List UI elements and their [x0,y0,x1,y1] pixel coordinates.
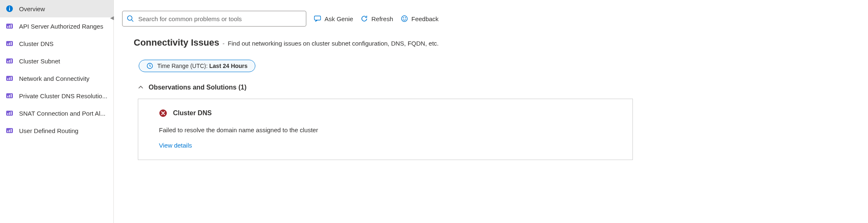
content-area: Connectivity Issues - Find out networkin… [122,37,860,160]
chart-icon [6,127,13,134]
observations-header[interactable]: Observations and Solutions (1) [134,84,860,91]
sidebar-item-label: Cluster DNS [19,40,53,47]
card-description: Failed to resolve the domain name assign… [159,126,620,133]
sidebar-item-private-cluster-dns[interactable]: Private Cluster DNS Resolutio... [0,87,113,104]
toolbar-label: Feedback [411,15,439,22]
sidebar-item-user-defined-routing[interactable]: User Defined Routing [0,122,113,139]
feedback-button[interactable]: Feedback [401,15,439,22]
time-range-text: Time Range (UTC): Last 24 Hours [157,63,248,69]
sidebar-item-label: Private Cluster DNS Resolutio... [19,92,107,99]
sidebar-item-cluster-dns[interactable]: Cluster DNS [0,35,113,52]
page-heading: Connectivity Issues - Find out networkin… [134,37,860,48]
svg-rect-17 [9,78,10,80]
clock-icon [147,63,153,69]
svg-point-31 [127,16,132,20]
refresh-icon [361,15,368,22]
sidebar-item-label: SNAT Connection and Port Al... [19,110,106,117]
chart-icon [6,57,13,65]
svg-rect-33 [315,16,321,20]
svg-rect-25 [9,112,10,115]
card-title: Cluster DNS [173,109,212,117]
separator: - [223,40,225,47]
svg-rect-2 [9,7,10,7]
search-box[interactable] [122,11,306,27]
chevron-up-icon [138,85,144,90]
svg-point-35 [403,17,404,18]
svg-rect-30 [11,129,12,132]
sidebar-item-cluster-subnet[interactable]: Cluster Subnet [0,52,113,70]
sidebar-item-api-server-authorized-ranges[interactable]: API Server Authorized Ranges [0,17,113,35]
svg-point-36 [405,17,406,18]
svg-rect-28 [7,131,8,132]
page-title: Connectivity Issues [134,37,219,48]
svg-rect-18 [11,77,12,80]
svg-rect-16 [7,78,8,80]
svg-rect-10 [11,42,12,45]
svg-rect-8 [7,44,8,45]
observation-card: Cluster DNS Failed to resolve the domain… [138,99,633,160]
svg-rect-14 [11,59,12,63]
svg-rect-20 [7,96,8,97]
svg-rect-26 [11,112,12,115]
chart-icon [6,92,13,99]
toolbar-label: Ask Genie [325,15,353,22]
info-icon [6,5,13,12]
time-range-pill[interactable]: Time Range (UTC): Last 24 Hours [139,60,255,72]
svg-line-32 [132,20,133,22]
svg-point-34 [402,16,407,22]
sidebar-item-snat-connection[interactable]: SNAT Connection and Port Al... [0,104,113,122]
svg-rect-5 [9,25,10,28]
svg-rect-9 [9,43,10,45]
error-icon [159,109,167,117]
toolbar-label: Refresh [371,15,393,22]
svg-rect-24 [7,113,8,115]
chart-icon [6,109,13,117]
view-details-link[interactable]: View details [159,142,620,149]
page-subtitle: Find out networking issues on cluster su… [228,40,438,47]
smiley-icon [401,15,408,22]
card-header: Cluster DNS [159,109,620,117]
sidebar-item-label: User Defined Routing [19,127,78,134]
sidebar-item-label: Overview [19,5,45,12]
chart-icon [6,40,13,47]
chart-icon [6,22,13,30]
svg-rect-1 [9,8,10,11]
refresh-button[interactable]: Refresh [361,15,393,22]
svg-rect-12 [7,61,8,63]
svg-rect-6 [11,24,12,28]
search-input[interactable] [138,15,302,22]
chat-icon [314,15,321,22]
svg-rect-22 [11,94,12,97]
svg-rect-29 [9,130,10,132]
main-content: Ask Genie Refresh Feedback Connectivity … [114,0,868,223]
search-icon [127,15,134,22]
collapse-sidebar-arrow-icon[interactable]: ◀ [110,15,114,21]
chart-icon [6,75,13,82]
sidebar-item-label: API Server Authorized Ranges [19,23,103,30]
sidebar-item-label: Cluster Subnet [19,58,60,65]
svg-rect-21 [9,95,10,97]
svg-rect-13 [9,60,10,63]
sidebar-item-network-connectivity[interactable]: Network and Connectivity [0,70,113,87]
section-title: Observations and Solutions (1) [149,84,246,91]
svg-rect-4 [7,26,8,28]
sidebar-item-overview[interactable]: Overview [0,0,113,17]
sidebar-item-label: Network and Connectivity [19,75,89,82]
ask-genie-button[interactable]: Ask Genie [314,15,353,22]
top-toolbar: Ask Genie Refresh Feedback [122,11,860,27]
sidebar: ◀ Overview API Server Authorized Ranges … [0,0,114,223]
